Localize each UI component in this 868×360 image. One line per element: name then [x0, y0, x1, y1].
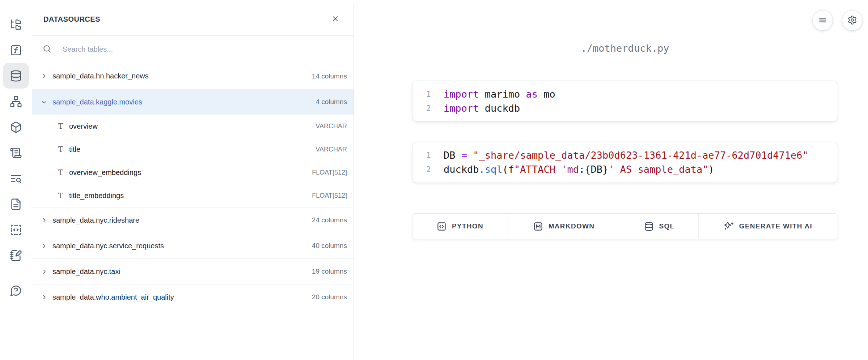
rail-function-square-button[interactable]	[3, 37, 29, 63]
rail-search-list-button[interactable]	[3, 166, 29, 191]
datasources-panel: DATASOURCES sample_data.hn.hacker_news14…	[32, 3, 354, 360]
add-cell-button-label: PYTHON	[452, 222, 483, 230]
function-square-icon	[10, 44, 22, 56]
table-column-count: 19 columns	[312, 267, 347, 275]
column-row[interactable]: ToverviewVARCHAR	[32, 115, 353, 138]
table-name: sample_data.hn.hacker_news	[52, 72, 312, 80]
dependency-graph-icon	[10, 95, 22, 108]
notebook-main-area: ./motherduck.py 12import marimo as moimp…	[354, 0, 868, 360]
code-editor[interactable]: DB = "_share/sample_data/23b0d623-1361-4…	[437, 148, 808, 176]
table-name: sample_data.nyc.service_requests	[52, 242, 312, 250]
notebook-column: ./motherduck.py 12import marimo as moimp…	[412, 43, 838, 239]
table-row[interactable]: sample_data.hn.hacker_news14 columns	[32, 63, 353, 89]
column-name: overview	[69, 122, 316, 130]
search-list-icon	[10, 172, 22, 185]
rail-package-button[interactable]	[3, 114, 29, 140]
search-tables-row	[32, 36, 353, 63]
table-column-count: 20 columns	[312, 293, 347, 301]
table-column-count: 4 columns	[316, 98, 347, 106]
close-panel-button[interactable]	[329, 12, 342, 26]
panel-title: DATASOURCES	[43, 15, 100, 23]
rail-file-tree-button[interactable]	[3, 12, 29, 37]
column-name: title	[69, 145, 316, 154]
column-type: FLOAT[512]	[312, 169, 347, 176]
database-icon	[644, 222, 654, 231]
code-cell[interactable]: 12DB = "_share/sample_data/23b0d623-1361…	[412, 142, 838, 183]
code-line: import marimo as mo	[444, 87, 555, 101]
helper-panel-rail	[0, 0, 32, 360]
add-cell-bar: PYTHONMARKDOWNSQLGENERATE WITH AI	[412, 213, 838, 239]
notebook-top-actions	[812, 10, 863, 31]
table-name: sample_data.kaggle.movies	[52, 98, 316, 106]
add-cell-python-button[interactable]: PYTHON	[412, 214, 508, 239]
column-name: title_embeddings	[69, 192, 312, 200]
column-row[interactable]: Toverview_embeddingsFLOAT[512]	[32, 161, 353, 184]
rail-document-button[interactable]	[3, 191, 29, 217]
text-type-icon: T	[58, 168, 69, 177]
rail-snippets-button[interactable]	[3, 217, 29, 243]
column-name: overview_embeddings	[69, 168, 312, 177]
file-tree-icon	[10, 18, 22, 31]
line-number: 2	[426, 162, 431, 176]
settings-button[interactable]	[842, 10, 863, 31]
help-chat-icon	[10, 284, 22, 297]
chevron-right-icon	[41, 268, 50, 275]
table-row[interactable]: sample_data.who.ambient_air_quality20 co…	[32, 284, 353, 310]
chevron-right-icon	[41, 294, 50, 301]
code-line: DB = "_share/sample_data/23b0d623-1361-4…	[444, 148, 808, 162]
tables-list: sample_data.hn.hacker_news14 columnssamp…	[32, 63, 353, 360]
table-column-count: 24 columns	[312, 216, 347, 224]
document-icon	[10, 198, 22, 210]
markdown-icon	[533, 222, 543, 231]
add-cell-markdown-button[interactable]: MARKDOWN	[508, 214, 620, 239]
notebook-menu-button[interactable]	[812, 10, 833, 31]
chevron-right-icon	[41, 217, 50, 224]
search-tables-input[interactable]	[58, 45, 343, 53]
text-type-icon: T	[58, 145, 69, 154]
datasources-panel-header: DATASOURCES	[32, 3, 353, 36]
sparkles-icon	[724, 222, 734, 231]
table-name: sample_data.nyc.rideshare	[52, 216, 312, 224]
line-number: 1	[426, 148, 431, 162]
notebook-cells: 12import marimo as moimport duckdb12DB =…	[412, 81, 838, 183]
text-type-icon: T	[58, 191, 69, 200]
add-cell-generate-with-ai-button[interactable]: GENERATE WITH AI	[699, 214, 838, 239]
snippets-icon	[10, 224, 22, 236]
line-number-gutter: 12	[412, 87, 437, 115]
add-cell-sql-button[interactable]: SQL	[620, 214, 699, 239]
database-icon	[10, 70, 22, 82]
package-icon	[10, 121, 22, 133]
column-row[interactable]: TtitleVARCHAR	[32, 138, 353, 161]
line-number-gutter: 12	[412, 148, 437, 176]
table-name: sample_data.who.ambient_air_quality	[52, 293, 312, 301]
rail-scratchpad-button[interactable]	[3, 243, 29, 268]
text-type-icon: T	[58, 122, 69, 130]
table-row[interactable]: sample_data.kaggle.movies4 columns	[32, 89, 353, 115]
rail-logs-scroll-button[interactable]	[3, 140, 29, 166]
code-line: import duckdb	[444, 101, 555, 115]
gear-icon	[847, 15, 857, 26]
notebook-filename: ./motherduck.py	[412, 43, 838, 54]
column-type: VARCHAR	[316, 146, 347, 153]
code-cell[interactable]: 12import marimo as moimport duckdb	[412, 81, 838, 122]
add-cell-button-label: MARKDOWN	[549, 222, 595, 230]
table-row[interactable]: sample_data.nyc.taxi19 columns	[32, 258, 353, 284]
rail-dependency-graph-button[interactable]	[3, 89, 29, 114]
add-cell-button-label: SQL	[659, 222, 675, 230]
rail-help-chat-button[interactable]	[3, 278, 29, 303]
column-type: FLOAT[512]	[312, 192, 347, 200]
logs-scroll-icon	[10, 147, 22, 159]
line-number: 2	[426, 101, 431, 115]
code-square-icon	[437, 222, 446, 231]
code-editor[interactable]: import marimo as moimport duckdb	[437, 87, 555, 115]
line-number: 1	[426, 87, 431, 101]
rail-database-button[interactable]	[3, 63, 29, 89]
column-row[interactable]: Ttitle_embeddingsFLOAT[512]	[32, 184, 353, 207]
close-icon	[331, 14, 340, 24]
code-line: duckdb.sql(f"ATTACH 'md:{DB}' AS sample_…	[444, 162, 808, 176]
search-icon	[42, 44, 52, 55]
table-row[interactable]: sample_data.nyc.service_requests40 colum…	[32, 233, 353, 258]
app-window: DATASOURCES sample_data.hn.hacker_news14…	[0, 0, 868, 360]
table-row[interactable]: sample_data.nyc.rideshare24 columns	[32, 207, 353, 233]
scratchpad-icon	[10, 249, 22, 262]
